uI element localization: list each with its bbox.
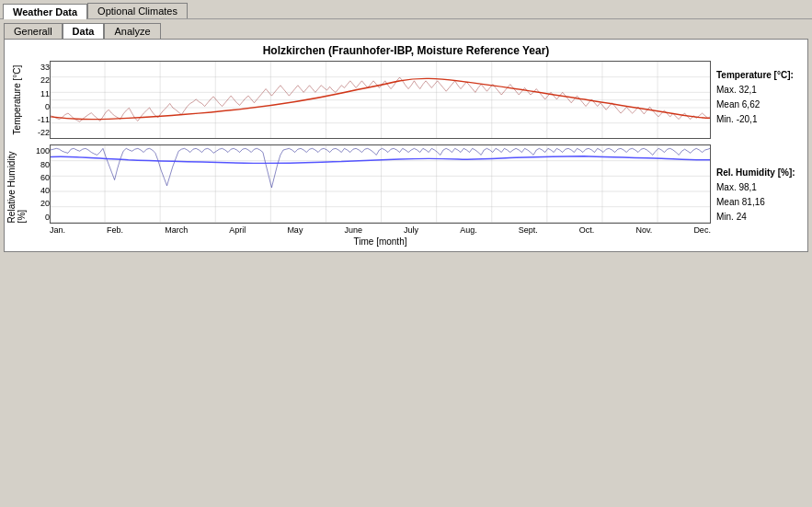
temperature-max: Max. 32,1 xyxy=(716,83,797,98)
humidity-y-label: Relative Humidity [%] xyxy=(9,144,24,223)
temperature-y-ticks: 33 22 11 0 -11 -22 xyxy=(24,61,50,139)
content-tabs: Generall Data Analyze xyxy=(0,19,812,39)
window-tabs: Weather Data Optional Climates xyxy=(0,0,812,19)
x-axis-label: Time [month] xyxy=(50,236,711,247)
charts-area: Temperature [°C] 33 22 11 0 -11 -22 xyxy=(9,61,803,247)
main-area: Holzkirchen (Fraunhofer-IBP, Moisture Re… xyxy=(4,39,808,252)
tab-generall[interactable]: Generall xyxy=(4,23,63,39)
temperature-y-label: Temperature [°C] xyxy=(9,61,24,139)
temperature-stats-title: Temperature [°C]: xyxy=(716,70,797,80)
tab-data[interactable]: Data xyxy=(63,23,105,39)
temperature-min: Min. -20,1 xyxy=(716,112,797,127)
humidity-chart-plot xyxy=(50,144,711,223)
charts-with-yaxis: Temperature [°C] 33 22 11 0 -11 -22 xyxy=(9,61,711,247)
humidity-y-ticks: 100 80 60 40 20 0 xyxy=(24,144,50,223)
x-ticks: Jan. Feb. March April May June July Aug.… xyxy=(50,224,711,235)
humidity-min: Min. 24 xyxy=(716,210,797,225)
charts-container: Holzkirchen (Fraunhofer-IBP, Moisture Re… xyxy=(5,40,807,251)
stats-panel: Temperature [°C]: Max. 32,1 Mean 6,62 Mi… xyxy=(711,61,803,247)
tab-analyze[interactable]: Analyze xyxy=(104,23,160,39)
temperature-chart-plot xyxy=(50,61,711,139)
humidity-mean: Mean 81,16 xyxy=(716,195,797,210)
humidity-chart-wrapper: Relative Humidity [%] 100 80 60 40 20 0 xyxy=(9,144,711,223)
tab-weather-data[interactable]: Weather Data xyxy=(3,4,87,19)
tab-optional-climates[interactable]: Optional Climates xyxy=(87,3,188,18)
temperature-mean: Mean 6,62 xyxy=(716,98,797,112)
x-axis-row: Jan. Feb. March April May June July Aug.… xyxy=(50,224,711,235)
chart-title: Holzkirchen (Fraunhofer-IBP, Moisture Re… xyxy=(9,44,803,57)
humidity-stats: Rel. Humidity [%]: Max. 98,1 Mean 81,16 … xyxy=(716,167,797,225)
humidity-stats-title: Rel. Humidity [%]: xyxy=(716,167,797,178)
temperature-chart-wrapper: Temperature [°C] 33 22 11 0 -11 -22 xyxy=(9,61,711,139)
humidity-max: Max. 98,1 xyxy=(716,180,797,195)
temperature-stats: Temperature [°C]: Max. 32,1 Mean 6,62 Mi… xyxy=(716,70,797,127)
